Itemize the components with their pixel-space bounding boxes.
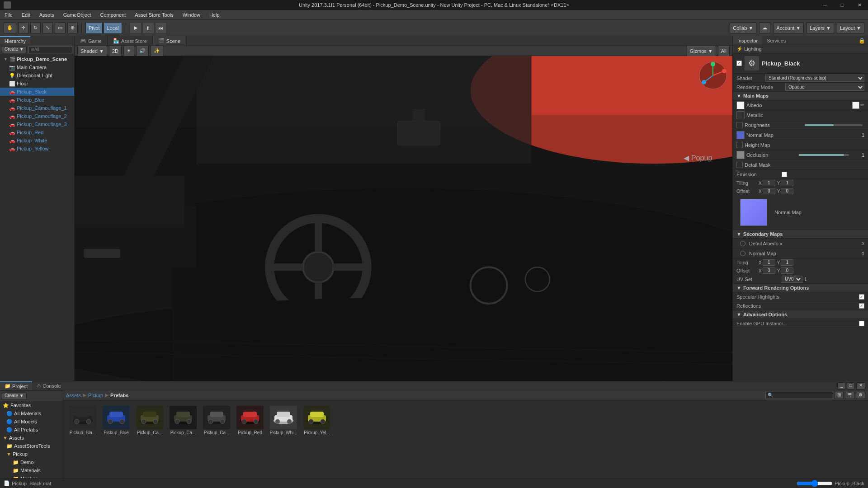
pickup-folder[interactable]: ▼ Pickup [0, 450, 63, 458]
effects-button[interactable]: ✨ [151, 45, 163, 57]
minimize-button[interactable]: ─ [816, 0, 834, 10]
tiling-x-value[interactable]: 1 [763, 180, 775, 186]
layout-button[interactable]: Layout ▼ [837, 22, 864, 34]
meshes-folder[interactable]: 📁 Meshes [0, 474, 63, 478]
detail-albedo-x[interactable]: x [862, 241, 864, 246]
object-active-checkbox[interactable] [736, 61, 742, 66]
albedo-thumb[interactable] [736, 101, 745, 109]
rendering-mode-dropdown[interactable]: Opaque [785, 84, 864, 91]
shading-dropdown[interactable]: Shaded ▼ [77, 45, 107, 57]
offset-x-value[interactable]: 0 [763, 188, 775, 194]
metallic-thumb[interactable] [736, 111, 745, 119]
occlusion-slider[interactable] [799, 154, 849, 156]
close-button[interactable]: ✕ [851, 0, 868, 10]
all-prefabs-item[interactable]: 🔵 All Prefabs [0, 426, 63, 434]
menu-window[interactable]: Window [178, 10, 205, 19]
detail-albedo-circle[interactable] [740, 241, 745, 246]
tab-game[interactable]: 🎮 Game [75, 36, 108, 46]
asset-pickup-blue[interactable]: Pickup_Blue [100, 404, 132, 474]
tab-inspector[interactable]: Inspector [733, 36, 762, 45]
gpu-checkbox[interactable] [859, 321, 864, 326]
zoom-slider[interactable] [797, 481, 833, 486]
roughness-slider[interactable] [805, 124, 863, 126]
asset-pickup-red[interactable]: Pickup_Red [234, 404, 266, 474]
reflections-checkbox[interactable] [859, 303, 864, 309]
uv-set-dropdown[interactable]: UV0 UV1 [782, 276, 802, 283]
audio-button[interactable]: 🔊 [136, 45, 149, 57]
assetstoretools-item[interactable]: 📁 AssetStoreTools [0, 442, 63, 450]
menu-help[interactable]: Help [205, 10, 224, 19]
tab-hierarchy[interactable]: Hierarchy [0, 36, 30, 45]
tab-scene[interactable]: 🎬 Scene [153, 36, 186, 46]
assets-header[interactable]: ▼ Assets [0, 434, 63, 442]
asset-pickup-camo3[interactable]: Pickup_Ca... [201, 404, 232, 474]
asset-pickup-camo1[interactable]: Pickup_Ca... [134, 404, 165, 474]
materials-folder[interactable]: 📁 Materials [0, 466, 63, 474]
hierarchy-item-pickup-blue[interactable]: 🚗 Pickup_Blue [0, 96, 74, 104]
demo-folder[interactable]: 📁 Demo [0, 458, 63, 466]
sec-normal-map-circle[interactable] [740, 251, 745, 256]
project-create-btn[interactable]: Create ▼ [2, 393, 27, 400]
cloud-button[interactable]: ☁ [759, 22, 770, 34]
menu-file[interactable]: File [0, 10, 17, 19]
gizmos-dropdown[interactable]: Gizmos ▼ [687, 45, 716, 57]
collab-button[interactable]: Collab ▼ [730, 22, 756, 34]
scale-tool-button[interactable]: ⤡ [42, 22, 53, 34]
lock-icon[interactable]: 🔒 [859, 38, 865, 44]
panel-minimize-btn[interactable]: _ [837, 382, 845, 389]
hierarchy-item-light[interactable]: 💡 Directional Light [0, 71, 74, 80]
lighting-button[interactable]: ☀ [123, 45, 134, 57]
hierarchy-scene[interactable]: ▼ 🎬 Pickup_Demo_Scene [0, 55, 74, 63]
2d-button[interactable]: 2D [109, 45, 122, 57]
tab-console[interactable]: ⚠ Console [32, 381, 65, 390]
tiling-y-value[interactable]: 1 [781, 180, 793, 186]
hierarchy-item-floor[interactable]: ⬜ Floor [0, 80, 74, 88]
sec-tiling-y-val[interactable]: 1 [781, 259, 793, 266]
hierarchy-item-pickup-red[interactable]: 🚗 Pickup_Red [0, 128, 74, 136]
tab-services[interactable]: Services [762, 36, 790, 45]
maximize-button[interactable]: □ [834, 0, 851, 10]
all-button[interactable]: All [718, 45, 730, 57]
asset-view-btn3[interactable]: ⚙ [856, 392, 865, 399]
hand-tool-button[interactable]: ✋ [4, 22, 16, 34]
asset-view-btn2[interactable]: ☰ [845, 392, 854, 399]
hierarchy-item-pickup-white[interactable]: 🚗 Pickup_White [0, 136, 74, 145]
lighting-tab[interactable]: ⚡ Lighting [736, 46, 762, 52]
scene-viewport[interactable]: ◀ Popup [75, 56, 732, 381]
menu-asset-store-tools[interactable]: Asset Store Tools [130, 10, 178, 19]
move-tool-button[interactable]: ✛ [18, 22, 28, 34]
sec-tiling-x-val[interactable]: 1 [763, 259, 775, 266]
all-models-item[interactable]: 🔵 All Models [0, 418, 63, 426]
hierarchy-item-pickup-black[interactable]: 🚗 Pickup_Black [0, 88, 74, 96]
hierarchy-create-button[interactable]: Create ▼ [2, 46, 27, 53]
breadcrumb-assets[interactable]: Assets [66, 393, 81, 398]
specular-checkbox[interactable] [859, 294, 864, 300]
favorites-header[interactable]: ⭐ Favorites [0, 401, 63, 409]
hierarchy-item-camera[interactable]: 📷 Main Camera [0, 63, 74, 71]
menu-assets[interactable]: Assets [35, 10, 59, 19]
menu-edit[interactable]: Edit [17, 10, 35, 19]
tab-asset-store[interactable]: 🏪 Asset Store [108, 36, 153, 46]
asset-pickup-camo2[interactable]: Pickup_Ca... [167, 404, 199, 474]
pause-button[interactable]: ⏸ [142, 22, 154, 34]
panel-close-btn[interactable]: ✕ [856, 382, 865, 389]
hierarchy-item-pickup-camo3[interactable]: 🚗 Pickup_Camouflage_3 [0, 120, 74, 128]
sec-offset-x-val[interactable]: 0 [763, 267, 775, 274]
asset-view-btn1[interactable]: ⊞ [835, 392, 844, 399]
sec-offset-y-val[interactable]: 0 [781, 267, 793, 274]
normal-map-thumb[interactable] [736, 131, 745, 139]
account-button[interactable]: Account ▼ [773, 22, 804, 34]
tab-project[interactable]: 📁 Project [0, 381, 32, 390]
step-button[interactable]: ⏭ [155, 22, 167, 34]
breadcrumb-pickup[interactable]: Pickup [88, 393, 103, 398]
albedo-edit-icon[interactable]: ✏ [860, 102, 864, 108]
play-button[interactable]: ▶ [130, 22, 142, 34]
hierarchy-item-pickup-camo2[interactable]: 🚗 Pickup_Camouflage_2 [0, 112, 74, 120]
panel-maximize-btn[interactable]: □ [847, 382, 855, 389]
hierarchy-item-pickup-yellow[interactable]: 🚗 Pickup_Yellow [0, 145, 74, 153]
rotate-tool-button[interactable]: ↻ [30, 22, 41, 34]
asset-search[interactable] [765, 392, 833, 399]
offset-y-value[interactable]: 0 [781, 188, 793, 194]
shader-dropdown[interactable]: Standard (Roughness setup) [765, 75, 864, 82]
menu-gameobject[interactable]: GameObject [59, 10, 96, 19]
